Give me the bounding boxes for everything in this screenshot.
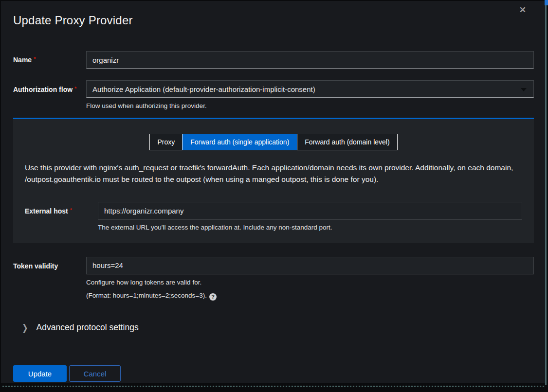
question-circle-icon[interactable]: ? [209,293,217,301]
modal-footer: Update Cancel [13,365,534,382]
required-asterisk: * [70,207,72,213]
chevron-right-icon: ❯ [22,323,28,332]
name-field[interactable] [86,51,534,69]
update-proxy-provider-modal: Update Proxy Provider ✕ Name* Authorizat… [1,1,545,383]
tab-proxy[interactable]: Proxy [149,134,183,150]
name-label: Name* [13,56,86,64]
page-title: Update Proxy Provider [13,14,133,27]
proxy-mode-panel: Proxy Forward auth (single application) … [13,118,534,243]
chevron-down-icon [521,88,527,91]
forward-auth-description: Use this provider with nginx's auth_requ… [25,162,522,185]
cancel-button[interactable]: Cancel [69,365,121,382]
authorization-flow-value: Authorize Application (default-provider-… [92,85,315,93]
window-corner-accent [545,0,548,5]
close-icon[interactable]: ✕ [517,4,528,16]
modal-header: Update Proxy Provider ✕ [13,1,534,29]
token-validity-field[interactable] [86,257,534,274]
external-host-row: External host* The external URL you'll a… [25,202,522,232]
authorization-flow-select[interactable]: Authorize Application (default-provider-… [86,80,534,98]
authorization-flow-row: Authorization flow* Authorize Applicatio… [13,80,534,111]
required-asterisk: * [34,56,36,62]
update-button[interactable]: Update [13,365,67,382]
token-validity-label: Token validity [13,257,86,301]
window-edge-bottom [2,386,546,387]
token-validity-row: Token validity Configure how long tokens… [13,257,534,301]
token-validity-help-1: Configure how long tokens are valid for. [86,278,534,287]
tab-forward-auth-single-application[interactable]: Forward auth (single application) [183,134,297,150]
required-asterisk: * [74,86,76,91]
name-row: Name* [13,51,534,69]
window-edge-right [545,4,547,385]
advanced-protocol-settings-label: Advanced protocol settings [37,322,139,333]
authorization-flow-help: Flow used when authorizing this provider… [86,101,534,111]
advanced-protocol-settings-expander[interactable]: ❯ Advanced protocol settings [13,322,534,333]
tab-forward-auth-domain-level[interactable]: Forward auth (domain level) [297,134,397,150]
external-host-help: The external URL you'll access the appli… [98,223,522,232]
external-host-field[interactable] [98,202,522,219]
proxy-mode-tabs: Proxy Forward auth (single application) … [25,134,522,150]
authorization-flow-label: Authorization flow* [13,80,86,111]
external-host-label: External host* [25,202,98,232]
token-validity-help-2: (Format: hours=1;minutes=2;seconds=3).? [86,291,534,301]
